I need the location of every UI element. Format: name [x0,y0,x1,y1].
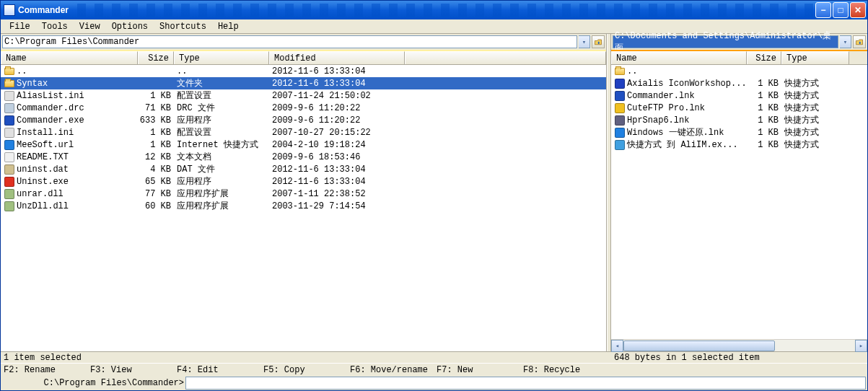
left-status: 1 item selected [1,351,611,363]
file-size: 1 KB [747,140,781,150]
file-name: Commander.lnk [627,91,695,101]
left-up-button[interactable] [592,35,605,48]
left-col-type[interactable]: Type [174,51,269,64]
file-icon [614,78,626,89]
folder-icon [4,78,15,89]
file-row[interactable]: 快捷方式 到 AliIM.ex...1 KB快捷方式 [611,139,867,151]
left-col-name[interactable]: Name [1,51,138,64]
fkey-f3[interactable]: F3: View [90,365,177,374]
menu-file[interactable]: File [5,21,35,32]
right-status: 648 bytes in 1 selected item [611,351,867,363]
fkey-f8[interactable]: F8: Recycle [523,365,610,374]
maximize-button[interactable]: □ [833,2,849,18]
right-up-button[interactable] [853,35,866,48]
file-row[interactable]: Install.ini1 KB配置设置2007-10-27 20:15:22 [1,126,606,139]
file-row[interactable]: Uninst.exe65 KB应用程序2012-11-6 13:33:04 [1,175,606,188]
file-type: 配置设置 [174,89,269,102]
left-path-dropdown[interactable]: ▾ [579,35,590,48]
title-decor [77,4,815,17]
command-line: C:\Program Files\Commander> [1,376,867,390]
right-path-dropdown[interactable]: ▾ [840,35,851,48]
file-name: Windows 一键还原.lnk [627,126,724,139]
folder-icon [4,66,15,77]
file-icon [4,201,15,212]
file-name: AliasList.ini [17,91,84,101]
file-type: .. [174,66,269,76]
scroll-right-button[interactable]: ▸ [855,340,867,352]
file-row[interactable]: .. [611,65,867,77]
file-row[interactable]: Commander.drc71 KBDRC 文件2009-9-6 11:20:2… [1,102,606,114]
file-size: 71 KB [138,103,174,113]
file-modified: 2007-1-11 22:38:52 [269,189,405,199]
file-type: Internet 快捷方式 [174,139,269,151]
file-icon [4,115,15,126]
file-row[interactable]: UnzDll.dll60 KB应用程序扩展2003-11-29 7:14:54 [1,200,606,212]
left-col-size[interactable]: Size [138,51,174,64]
menu-shortcuts[interactable]: Shortcuts [155,21,211,32]
file-modified: 2009-9-6 11:20:22 [269,103,405,113]
file-row[interactable]: Commander.exe633 KB应用程序2009-9-6 11:20:22 [1,114,606,126]
file-row[interactable]: MeeSoft.url1 KBInternet 快捷方式2004-2-10 19… [1,139,606,151]
file-name: .. [17,66,27,76]
file-row[interactable]: README.TXT12 KB文本文档2009-9-6 18:53:46 [1,151,606,163]
app-icon [4,4,15,16]
right-file-list[interactable]: ..Axialis IconWorkshop...1 KB快捷方式Command… [611,65,867,339]
file-row[interactable]: uninst.dat4 KBDAT 文件2012-11-6 13:33:04 [1,163,606,175]
cmdline-input[interactable] [185,377,866,390]
file-modified: 2012-11-6 13:33:04 [269,66,405,76]
fkey-f7[interactable]: F7: New directory [437,365,523,374]
file-row[interactable]: AliasList.ini1 KB配置设置2007-11-24 21:50:02 [1,89,606,102]
right-col-name[interactable]: Name [611,51,747,64]
file-row[interactable]: unrar.dll77 KB应用程序扩展2007-1-11 22:38:52 [1,188,606,200]
fkey-f4[interactable]: F4: Edit [177,365,263,374]
scroll-thumb[interactable] [623,341,775,351]
file-icon [4,188,15,200]
file-modified: 2009-9-6 11:20:22 [269,115,405,126]
fkey-f2[interactable]: F2: Rename [4,365,90,374]
minimize-button[interactable]: − [815,2,831,18]
right-col-size[interactable]: Size [747,51,781,64]
right-header: Name Size Type [611,51,867,65]
menu-view[interactable]: View [75,21,105,32]
file-size: 1 KB [138,128,174,138]
file-row[interactable]: CuteFTP Pro.lnk1 KB快捷方式 [611,102,867,114]
close-button[interactable]: ✕ [850,2,866,18]
file-size: 633 KB [138,115,174,126]
file-row[interactable]: HprSnap6.lnk1 KB快捷方式 [611,114,867,126]
file-icon [614,139,626,151]
menu-tools[interactable]: Tools [38,21,72,32]
file-type: 快捷方式 [781,126,849,139]
file-icon [4,176,15,188]
file-name: HprSnap6.lnk [627,115,689,126]
file-type: 快捷方式 [781,89,849,102]
left-path[interactable]: C:\Program Files\Commander [2,35,577,48]
fkey-f5[interactable]: F5: Copy [263,365,350,374]
file-icon [4,102,15,114]
folder-up-icon [594,38,602,46]
file-modified: 2009-9-6 18:53:46 [269,152,405,162]
right-col-type[interactable]: Type [781,51,849,64]
file-size: 1 KB [747,128,781,138]
left-header: Name Size Type Modified [1,51,606,65]
file-row[interactable]: Windows 一键还原.lnk1 KB快捷方式 [611,126,867,139]
menu-options[interactable]: Options [108,21,152,32]
file-type: 应用程序 [174,114,269,126]
left-file-list[interactable]: ....2012-11-6 13:33:04Syntax文件夹2012-11-6… [1,65,606,351]
folder-icon [614,66,626,77]
file-name: Axialis IconWorkshop... [627,79,747,89]
file-name: .. [627,66,637,76]
file-row[interactable]: ....2012-11-6 13:33:04 [1,65,606,77]
menu-help[interactable]: Help [214,21,243,32]
file-icon [4,164,15,175]
fkey-f6[interactable]: F6: Move/rename [350,365,437,374]
file-icon [614,102,626,114]
file-type: DRC 文件 [174,102,269,114]
scroll-left-button[interactable]: ◂ [611,340,623,352]
file-size: 1 KB [747,103,781,113]
left-col-modified[interactable]: Modified [269,51,405,64]
right-path[interactable]: C:\Documents and Settings\Administrator\… [613,35,838,48]
file-row[interactable]: Syntax文件夹2012-11-6 13:33:04 [1,77,606,89]
file-row[interactable]: Axialis IconWorkshop...1 KB快捷方式 [611,77,867,89]
file-row[interactable]: Commander.lnk1 KB快捷方式 [611,89,867,102]
right-hscrollbar[interactable]: ◂ ▸ [611,339,867,351]
